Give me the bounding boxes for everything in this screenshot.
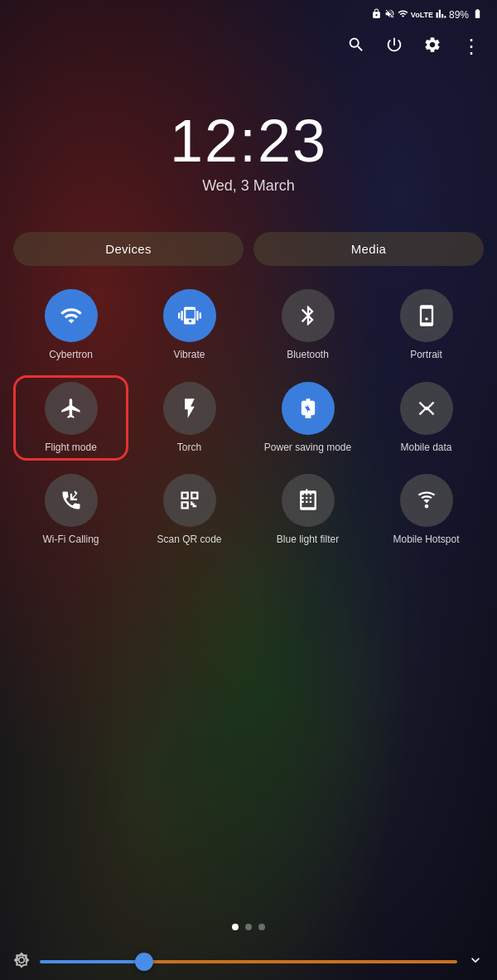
settings-icon[interactable]: [423, 36, 442, 58]
clock-area: 12:23 Wed, 3 March: [0, 70, 497, 219]
tile-power-saving[interactable]: Power saving mode: [250, 375, 365, 461]
page-dots: [0, 924, 497, 930]
page-dot-2: [245, 924, 252, 930]
tile-label-portrait: Portrait: [410, 349, 442, 362]
search-icon[interactable]: [347, 36, 365, 58]
power-icon[interactable]: [385, 36, 403, 58]
battery-percent: 89%: [449, 9, 469, 21]
status-bar: VoLTE 89%: [0, 0, 497, 27]
tile-bluetooth[interactable]: Bluetooth: [250, 282, 365, 369]
tile-icon-torch: [163, 382, 216, 435]
action-bar: ⋮: [0, 27, 497, 70]
quick-settings: Devices Media Cybertron Vibrate: [0, 219, 497, 910]
brightness-slider[interactable]: [40, 949, 457, 974]
tile-label-power-saving: Power saving mode: [264, 442, 351, 455]
wifi-signal-icon: [398, 8, 408, 22]
bottom-area: [0, 910, 497, 980]
tile-vibrate[interactable]: Vibrate: [132, 282, 247, 369]
clock-time: 12:23: [170, 111, 327, 171]
lock-icon: [371, 8, 382, 22]
more-icon[interactable]: ⋮: [461, 35, 480, 58]
signal-icon: [436, 8, 446, 22]
tile-label-flight-mode: Flight mode: [45, 442, 97, 455]
page-dot-1: [232, 924, 239, 930]
tile-label-bluetooth: Bluetooth: [287, 349, 329, 362]
tile-icon-flight-mode: [45, 382, 98, 435]
tile-icon-blue-light: [282, 474, 335, 527]
tile-icon-vibrate: [163, 289, 216, 342]
battery-icon: [471, 8, 484, 22]
tile-label-hotspot: Mobile Hotspot: [393, 533, 459, 547]
tile-label-torch: Torch: [177, 442, 201, 455]
tile-label-wifi: Cybertron: [49, 349, 93, 362]
tile-icon-portrait: [400, 289, 453, 342]
tile-icon-hotspot: [400, 474, 453, 527]
tile-icon-bluetooth: [282, 289, 335, 342]
tile-wifi[interactable]: Cybertron: [13, 282, 128, 369]
brightness-icon: [13, 952, 30, 973]
tile-flight-mode[interactable]: Flight mode: [13, 375, 128, 461]
tile-label-wifi-calling: Wi-Fi Calling: [42, 533, 99, 547]
page-dot-3: [258, 924, 265, 930]
tile-label-qr-code: Scan QR code: [157, 533, 221, 547]
tile-icon-wifi-calling: [45, 474, 98, 527]
tile-hotspot[interactable]: Mobile Hotspot: [369, 467, 484, 553]
clock-date: Wed, 3 March: [202, 177, 295, 195]
tile-label-blue-light: Blue light filter: [277, 533, 339, 547]
brightness-row: [0, 944, 497, 980]
tile-qr-code[interactable]: Scan QR code: [132, 467, 247, 553]
tile-icon-mobile-data: [400, 382, 453, 435]
lte-icon: VoLTE: [411, 11, 433, 19]
tile-icon-power-saving: [282, 382, 335, 435]
tile-portrait[interactable]: Portrait: [369, 282, 484, 369]
tile-mobile-data[interactable]: Mobile data: [369, 375, 484, 461]
tile-icon-wifi: [45, 289, 98, 342]
tile-label-mobile-data: Mobile data: [400, 442, 451, 455]
tile-label-vibrate: Vibrate: [174, 349, 205, 362]
tile-icon-qr-code: [163, 474, 216, 527]
tile-wifi-calling[interactable]: Wi-Fi Calling: [13, 467, 128, 553]
tiles-grid: Cybertron Vibrate Bluetooth: [13, 282, 484, 553]
tile-torch[interactable]: Torch: [132, 375, 247, 461]
tab-row: Devices Media: [13, 232, 484, 266]
mute-icon: [384, 8, 395, 22]
tab-devices[interactable]: Devices: [13, 232, 244, 266]
chevron-down-icon[interactable]: [467, 952, 484, 973]
tile-blue-light[interactable]: Blue light filter: [250, 467, 365, 553]
tab-media[interactable]: Media: [253, 232, 484, 266]
status-icons: VoLTE 89%: [371, 8, 484, 22]
